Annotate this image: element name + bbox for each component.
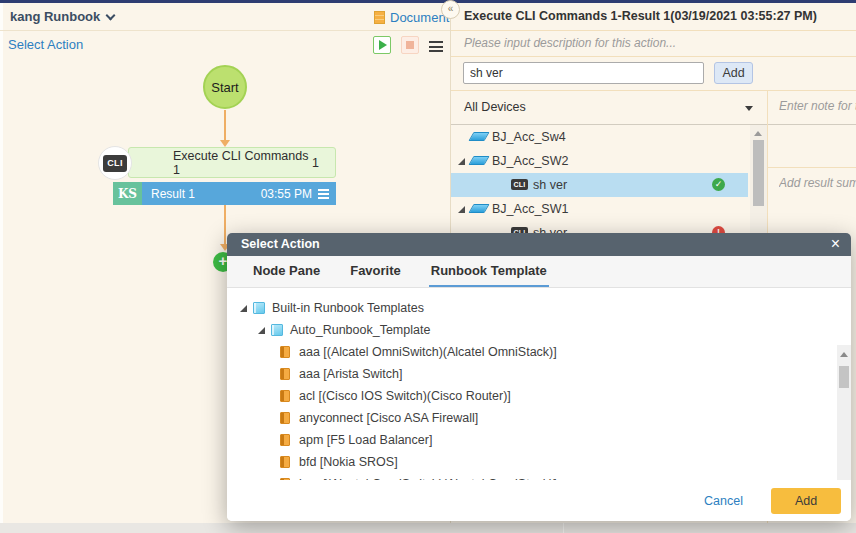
command-input[interactable] xyxy=(463,62,704,84)
device-row[interactable]: BJ_Acc_SW2 xyxy=(451,149,748,173)
switch-icon xyxy=(468,156,489,165)
active-tab-underline xyxy=(429,285,549,287)
cancel-button[interactable]: Cancel xyxy=(704,494,743,508)
template-icon xyxy=(280,346,290,358)
summary-field[interactable]: Add result summa xyxy=(768,168,856,190)
add-button[interactable]: Add xyxy=(771,488,841,514)
template-label: acl [(Cisco IOS Switch)(Cisco Router)] xyxy=(299,389,511,403)
template-item[interactable]: bgp [(Alcatel OmniSwitch)(Alcatel OmniSt… xyxy=(227,473,851,480)
start-node-label: Start xyxy=(211,80,238,95)
document-button[interactable]: Document xyxy=(374,3,449,31)
result-menu-icon[interactable] xyxy=(318,189,329,199)
hamburger-menu-icon[interactable] xyxy=(429,41,443,52)
close-icon[interactable]: × xyxy=(831,233,840,255)
template-item[interactable]: apm [F5 Load Balancer] xyxy=(227,429,851,451)
switch-icon xyxy=(468,204,489,213)
chevron-down-icon xyxy=(106,11,116,21)
template-item[interactable]: aaa [(Alcatel OmniSwitch)(Alcatel OmniSt… xyxy=(227,341,851,363)
tree-root-label: Built-in Runbook Templates xyxy=(272,301,424,315)
node-count: 1 xyxy=(312,156,319,170)
device-row[interactable]: BJ_Acc_SW1 xyxy=(451,197,748,221)
dialog-footer: Cancel Add xyxy=(227,480,851,521)
command-row-selected[interactable]: CLI sh ver ✓ xyxy=(451,173,748,197)
expand-triangle-icon[interactable] xyxy=(240,305,247,312)
tab-node-pane[interactable]: Node Pane xyxy=(253,256,320,287)
runbook-app: kang Runbook Document Select Action Star… xyxy=(0,0,856,533)
scrollbar-thumb[interactable] xyxy=(753,140,764,206)
description-placeholder[interactable]: Please input description for this action… xyxy=(451,31,856,57)
tree-folder-row[interactable]: Auto_Runbook_Template xyxy=(227,319,851,341)
connector-arrow xyxy=(220,140,230,147)
device-label: BJ_Acc_SW2 xyxy=(492,154,568,168)
cli-badge: CLI xyxy=(511,179,528,190)
template-tree: Built-in Runbook Templates Auto_Runbook_… xyxy=(227,288,851,480)
expand-triangle-icon[interactable] xyxy=(458,206,465,213)
result-bar[interactable]: KS Result 1 03:55 PM xyxy=(113,182,336,205)
template-item[interactable]: aaa [Arista Switch] xyxy=(227,363,851,385)
add-command-button[interactable]: Add xyxy=(714,62,753,84)
run-toolbar xyxy=(373,36,443,54)
folder-icon xyxy=(271,324,283,336)
connector-line xyxy=(224,110,226,141)
result-body: Result 1 03:55 PM xyxy=(142,182,336,205)
template-label: apm [F5 Load Balancer] xyxy=(299,433,432,447)
template-item[interactable]: acl [(Cisco IOS Switch)(Cisco Router)] xyxy=(227,385,851,407)
device-label: BJ_Acc_SW1 xyxy=(492,202,568,216)
template-list-scrollbar[interactable] xyxy=(837,345,851,480)
command-input-row: Add xyxy=(451,57,856,90)
tree-root-row[interactable]: Built-in Runbook Templates xyxy=(227,297,851,319)
switch-icon xyxy=(468,132,489,141)
template-icon xyxy=(280,434,290,446)
page-left-edge xyxy=(0,3,3,523)
cli-node-icon: CLI xyxy=(98,146,132,180)
run-stop-button[interactable] xyxy=(401,36,419,54)
dialog-title: Select Action xyxy=(227,233,851,256)
document-icon xyxy=(374,11,385,24)
template-icon xyxy=(280,368,290,380)
runbook-topbar: kang Runbook Document xyxy=(0,3,450,31)
scroll-up-icon[interactable] xyxy=(840,352,848,357)
node-title: Execute CLI Commands 1 xyxy=(173,149,312,177)
caret-down-icon xyxy=(745,106,753,111)
template-icon xyxy=(280,412,290,424)
template-icon xyxy=(280,390,290,402)
result-label: Result 1 xyxy=(151,187,195,201)
play-icon xyxy=(379,40,387,50)
connector-line xyxy=(224,205,226,245)
scrollbar-thumb[interactable] xyxy=(839,366,849,388)
stop-icon xyxy=(406,41,414,49)
cli-badge: CLI xyxy=(103,155,127,172)
device-label: BJ_Acc_Sw4 xyxy=(492,130,566,144)
device-tree-scrollbar[interactable] xyxy=(750,125,767,249)
devices-dropdown-value: All Devices xyxy=(464,91,526,124)
note-placeholder: Enter note for the xyxy=(779,99,856,113)
execute-cli-node[interactable]: CLI Execute CLI Commands 1 1 xyxy=(128,147,336,178)
template-label: anyconnect [Cisco ASA Firewall] xyxy=(299,411,478,425)
expand-triangle-icon[interactable] xyxy=(458,158,465,165)
tab-label: Runbook Template xyxy=(431,263,547,278)
summary-placeholder: Add result summa xyxy=(779,176,856,190)
panel-collapse-button[interactable]: « xyxy=(441,0,460,19)
success-status-icon: ✓ xyxy=(712,178,725,191)
template-item[interactable]: anyconnect [Cisco ASA Firewall] xyxy=(227,407,851,429)
dialog-tabs: Node Pane Favorite Runbook Template xyxy=(227,256,851,288)
runbook-title: kang Runbook xyxy=(10,9,100,24)
scroll-up-icon[interactable] xyxy=(754,131,762,136)
run-play-button[interactable] xyxy=(373,36,391,54)
tab-favorite[interactable]: Favorite xyxy=(350,256,401,287)
template-item[interactable]: bfd [Nokia SROS] xyxy=(227,451,851,473)
template-label: aaa [(Alcatel OmniSwitch)(Alcatel OmniSt… xyxy=(299,345,557,359)
tab-runbook-template[interactable]: Runbook Template xyxy=(431,256,547,287)
command-label: sh ver xyxy=(533,178,567,192)
window-bottom-strip xyxy=(0,523,856,533)
dialog-header: Select Action × xyxy=(227,233,851,256)
select-action-link[interactable]: Select Action xyxy=(8,37,83,52)
note-field[interactable]: Enter note for the xyxy=(768,90,856,168)
expand-triangle-icon[interactable] xyxy=(258,327,265,334)
runbook-title-dropdown[interactable]: kang Runbook xyxy=(10,3,114,31)
device-tree: BJ_Acc_Sw4 BJ_Acc_SW2 CLI sh ver ✓ BJ_Ac… xyxy=(451,125,748,245)
result-time: 03:55 PM xyxy=(261,187,312,201)
start-node[interactable]: Start xyxy=(203,65,247,109)
device-row[interactable]: BJ_Acc_Sw4 xyxy=(451,125,748,149)
select-action-dialog: Select Action × Node Pane Favorite Runbo… xyxy=(227,233,851,521)
